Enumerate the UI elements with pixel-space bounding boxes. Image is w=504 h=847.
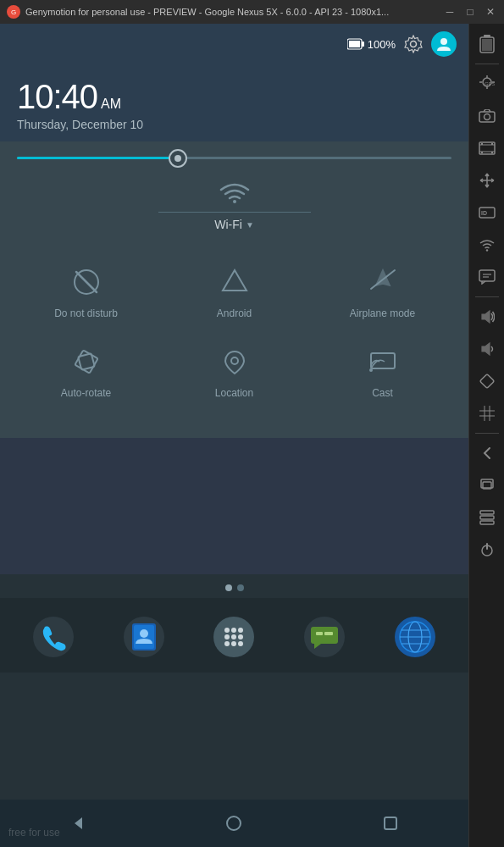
quick-toggles: Do not disturb Android: [0, 245, 468, 421]
airplane-mode-icon: [363, 262, 403, 302]
svg-rect-16: [481, 152, 483, 153]
cast-label: Cast: [372, 387, 393, 399]
battery-percent: 100%: [368, 38, 396, 51]
brightness-sun-icon: [169, 149, 187, 168]
svg-point-51: [33, 617, 74, 657]
svg-rect-69: [324, 632, 333, 635]
toggle-airplane-mode[interactable]: Airplane mode: [319, 253, 446, 328]
back-button[interactable]: [53, 806, 103, 840]
close-button[interactable]: ✕: [484, 5, 497, 19]
recents-button[interactable]: [365, 806, 416, 840]
svg-point-58: [231, 628, 236, 633]
sidebar-divider-2: [475, 296, 499, 297]
minimize-button[interactable]: ─: [443, 5, 457, 19]
user-avatar[interactable]: [431, 31, 457, 57]
sidebar-film-icon[interactable]: [472, 133, 502, 163]
sidebar-power-icon[interactable]: [472, 534, 502, 565]
date-display: Thursday, December 10: [17, 118, 451, 131]
sidebar-recents-icon[interactable]: [472, 470, 502, 501]
do-not-disturb-icon: [66, 262, 107, 302]
airplane-mode-label: Airplane mode: [350, 307, 415, 319]
page-dot-2[interactable]: [237, 584, 244, 591]
toggle-auto-rotate[interactable]: Auto-rotate: [23, 333, 150, 407]
svg-rect-21: [479, 270, 495, 281]
svg-point-39: [411, 42, 417, 47]
svg-rect-78: [385, 817, 396, 829]
svg-marker-44: [223, 270, 246, 291]
settings-icon[interactable]: [404, 35, 423, 53]
toggle-location[interactable]: Location: [171, 333, 298, 407]
svg-point-65: [238, 641, 243, 646]
sidebar-volume-down-icon[interactable]: [472, 334, 502, 364]
svg-rect-38: [362, 42, 364, 47]
app-drawer[interactable]: [207, 610, 261, 664]
wifi-label-row[interactable]: Wi-Fi ▼: [214, 218, 254, 231]
svg-point-41: [233, 200, 236, 203]
sidebar-divider-1: [475, 64, 499, 64]
wifi-section: Wi-Fi ▼: [0, 171, 468, 245]
toggle-android[interactable]: Android: [171, 253, 298, 328]
svg-rect-31: [480, 511, 494, 514]
app-messaging[interactable]: [297, 610, 352, 664]
svg-point-48: [231, 357, 238, 364]
sidebar-chat-icon[interactable]: [472, 262, 502, 292]
home-button[interactable]: [208, 806, 259, 840]
svg-point-57: [224, 628, 230, 633]
navigation-bar: [0, 800, 468, 847]
title-text: Genymotion for personal use - PREVIEW - …: [25, 7, 443, 17]
time-main: 10:40: [17, 78, 97, 116]
sidebar-wifi-icon[interactable]: [472, 230, 502, 260]
cast-icon: [363, 341, 403, 382]
status-bar: 100%: [0, 24, 468, 64]
toggles-row-1: Do not disturb Android: [12, 253, 457, 328]
sidebar-rotate-icon[interactable]: [472, 366, 502, 396]
brightness-slider-fill: [17, 157, 178, 159]
svg-point-59: [238, 628, 243, 633]
wifi-dropdown-icon: ▼: [246, 220, 254, 230]
svg-point-50: [369, 368, 373, 372]
sidebar-back-icon[interactable]: [472, 438, 502, 468]
svg-point-60: [224, 634, 230, 639]
svg-rect-2: [482, 39, 492, 51]
android-label: Android: [217, 307, 252, 319]
svg-rect-14: [481, 143, 483, 145]
page-dots: [0, 574, 468, 598]
svg-point-61: [231, 634, 236, 639]
brightness-thumb[interactable]: [167, 147, 189, 169]
time-ampm: AM: [101, 97, 121, 112]
sidebar-id-icon[interactable]: ID: [472, 197, 502, 228]
do-not-disturb-label: Do not disturb: [54, 307, 118, 319]
phone-area: 100% 10:40 AM Thursday, December 10: [0, 24, 468, 847]
svg-point-20: [485, 249, 487, 251]
svg-marker-76: [75, 817, 82, 829]
brightness-slider-track[interactable]: [17, 157, 451, 159]
svg-rect-68: [316, 632, 323, 635]
app-contacts[interactable]: [117, 610, 171, 664]
maximize-button[interactable]: □: [463, 5, 477, 19]
sidebar-move-icon[interactable]: [472, 165, 502, 196]
watermark: free for use: [8, 827, 60, 839]
sidebar-battery-icon[interactable]: [472, 29, 502, 59]
auto-rotate-icon: [66, 341, 107, 382]
sidebar-grid-icon[interactable]: [472, 398, 502, 429]
app-phone[interactable]: [26, 610, 80, 664]
title-bar: G Genymotion for personal use - PREVIEW …: [0, 0, 504, 24]
sidebar-overview-icon[interactable]: [472, 502, 502, 533]
right-sidebar: GPS ID: [468, 24, 504, 847]
page-dot-1[interactable]: [225, 584, 232, 591]
svg-text:ID: ID: [481, 210, 487, 216]
svg-rect-47: [78, 353, 95, 370]
svg-rect-33: [480, 521, 494, 524]
sidebar-camera-icon[interactable]: [472, 101, 502, 131]
location-label: Location: [215, 387, 253, 399]
svg-rect-67: [311, 627, 338, 644]
auto-rotate-label: Auto-rotate: [61, 387, 111, 399]
svg-point-77: [227, 817, 241, 830]
sidebar-gps-icon[interactable]: GPS: [472, 69, 502, 99]
sidebar-volume-up-icon[interactable]: [472, 302, 502, 332]
app-browser[interactable]: [388, 610, 442, 664]
wifi-divider: [158, 212, 311, 213]
svg-point-63: [224, 641, 230, 646]
toggle-do-not-disturb[interactable]: Do not disturb: [23, 253, 150, 328]
toggle-cast[interactable]: Cast: [319, 333, 446, 407]
